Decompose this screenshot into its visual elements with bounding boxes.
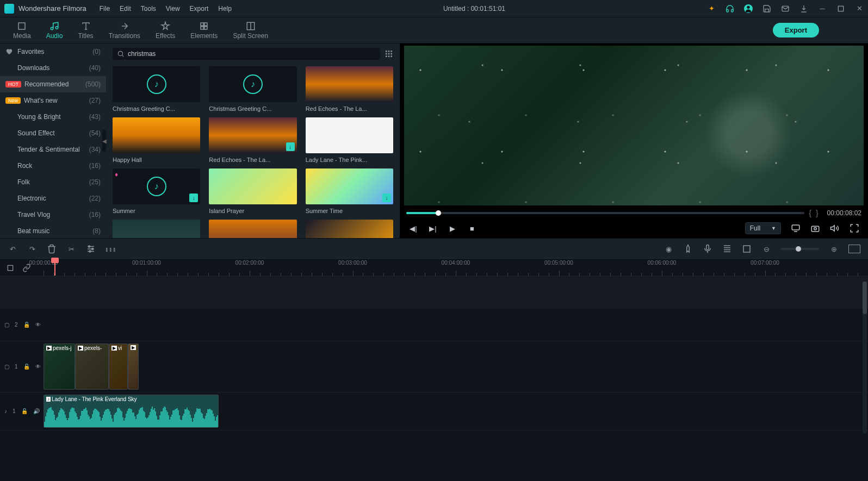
volume-icon[interactable] <box>830 223 840 233</box>
asset-card[interactable]: ♦♪↓Summer <box>113 168 200 214</box>
collapse-handle[interactable]: ◀ <box>102 130 106 152</box>
tab-transitions[interactable]: Transitions <box>101 19 148 42</box>
maximize-icon[interactable] <box>836 4 845 13</box>
track-type-icon: ♪ <box>4 408 7 414</box>
asset-card[interactable]: Lady Lane - The Pink... <box>306 117 393 163</box>
tab-media[interactable]: Media <box>5 19 39 42</box>
timeline-ruler[interactable]: 00:00:00:0000:01:00:0000:02:00:0000:03:0… <box>44 260 868 276</box>
asset-card[interactable]: ♪Christmas Greeting C... <box>113 66 200 112</box>
zoom-out-button[interactable]: ⊖ <box>761 244 771 254</box>
playhead[interactable] <box>54 260 55 276</box>
visibility-icon[interactable]: 👁 <box>35 322 41 328</box>
sidebar-item-folk[interactable]: Folk(25) <box>0 174 106 190</box>
headphones-icon[interactable] <box>726 4 734 13</box>
mute-icon[interactable]: 🔊 <box>33 408 40 414</box>
tab-elements[interactable]: Elements <box>183 19 225 42</box>
sidebar-item-rock[interactable]: Rock(16) <box>0 158 106 174</box>
redo-button[interactable]: ↷ <box>27 244 37 254</box>
user-icon[interactable] <box>744 4 753 13</box>
asset-card[interactable]: Red Echoes - The La... <box>306 66 393 112</box>
svg-point-17 <box>814 228 817 230</box>
search-box[interactable] <box>113 48 380 60</box>
grid-view-icon[interactable] <box>385 49 393 58</box>
undo-button[interactable]: ↶ <box>8 244 17 254</box>
svg-rect-2 <box>838 6 843 11</box>
stop-button[interactable]: ■ <box>467 223 477 233</box>
tab-audio[interactable]: Audio <box>39 19 71 42</box>
mixer-button[interactable] <box>722 244 732 254</box>
tab-titles[interactable]: Titles <box>70 19 101 42</box>
minimize-icon[interactable]: ─ <box>818 4 827 13</box>
snapshot-icon[interactable] <box>810 223 820 233</box>
menu-edit[interactable]: Edit <box>120 5 131 13</box>
menu-tools[interactable]: Tools <box>141 5 156 13</box>
render-button[interactable]: ◉ <box>664 244 673 254</box>
play-button[interactable]: ▶ <box>448 223 457 233</box>
display-icon[interactable] <box>791 223 801 233</box>
sidebar-item-favorites[interactable]: Favorites(0) <box>0 43 106 60</box>
mark-in-icon[interactable]: { <box>809 209 811 217</box>
asset-card[interactable] <box>113 220 200 238</box>
quality-select[interactable]: Full▼ <box>745 222 781 234</box>
asset-card[interactable] <box>209 220 296 238</box>
preview-canvas[interactable] <box>404 46 864 205</box>
fullscreen-icon[interactable] <box>850 223 859 233</box>
asset-card[interactable]: Island Prayer <box>209 168 296 214</box>
split-button[interactable]: ✂ <box>66 244 76 254</box>
asset-card[interactable]: ♪Christmas Greeting C... <box>209 66 296 112</box>
timeline-snap-icon[interactable] <box>5 263 15 273</box>
crop-button[interactable] <box>742 244 752 254</box>
asset-card[interactable]: Happy Hall <box>113 117 200 163</box>
save-icon[interactable] <box>762 4 771 13</box>
sidebar-item-recommended[interactable]: HOTRecommended(500) <box>0 76 106 92</box>
play-pause-button[interactable]: ▶| <box>428 223 438 233</box>
sidebar-item-travel-vlog[interactable]: Travel Vlog(16) <box>0 207 106 223</box>
menu-help[interactable]: Help <box>218 5 232 13</box>
download-icon[interactable] <box>799 4 808 13</box>
track-body[interactable] <box>44 309 868 341</box>
zoom-slider[interactable] <box>781 248 819 250</box>
menu-export[interactable]: Export <box>190 5 209 13</box>
voiceover-button[interactable] <box>703 244 712 254</box>
search-input[interactable] <box>128 50 376 58</box>
lightbulb-icon[interactable]: ✦ <box>707 4 716 13</box>
lock-icon[interactable]: 🔓 <box>21 408 28 414</box>
tab-split-screen[interactable]: Split Screen <box>225 19 276 42</box>
timeline-scrollbar[interactable] <box>863 282 867 434</box>
delete-button[interactable] <box>47 244 57 254</box>
visibility-icon[interactable]: 👁 <box>35 364 41 370</box>
marker-button[interactable] <box>683 244 693 254</box>
audio-edit-button[interactable]: ⫾⫾⫾ <box>106 244 115 254</box>
asset-card[interactable]: ↓Red Echoes - The La... <box>209 117 296 163</box>
video-clip[interactable]: ▶pexels- <box>75 343 109 390</box>
track-body[interactable]: ▶pexels-j▶pexels-▶vi▶ <box>44 341 868 392</box>
audio-clip[interactable]: ♪Lady Lane - The Pink Everland Sky <box>44 395 219 428</box>
track-body[interactable]: ♪Lady Lane - The Pink Everland Sky <box>44 392 868 430</box>
zoom-in-button[interactable]: ⊕ <box>829 244 839 254</box>
sidebar-item-downloads[interactable]: Downloads(40) <box>0 60 106 76</box>
close-icon[interactable]: ✕ <box>855 4 864 13</box>
sidebar-item-beat-music[interactable]: Beat music(8) <box>0 223 106 238</box>
sidebar-item-sound-effect[interactable]: Sound Effect(54) <box>0 125 106 141</box>
sidebar-item-electronic[interactable]: Electronic(22) <box>0 190 106 207</box>
asset-card[interactable]: ↓Summer Time <box>306 168 393 214</box>
adjust-button[interactable] <box>86 244 96 254</box>
video-clip[interactable]: ▶pexels-j <box>44 343 75 390</box>
menu-view[interactable]: View <box>166 5 180 13</box>
mail-icon[interactable] <box>781 4 790 13</box>
sidebar-item-what-s-new[interactable]: NewWhat's new(27) <box>0 92 106 109</box>
sidebar-item-tender-sentimental[interactable]: Tender & Sentimental(34) <box>0 141 106 158</box>
preview-scrubber[interactable] <box>406 212 804 214</box>
sidebar-item-young-bright[interactable]: Young & Bright(43) <box>0 109 106 125</box>
lock-icon[interactable]: 🔓 <box>23 364 30 370</box>
tab-effects[interactable]: Effects <box>148 19 183 42</box>
mark-out-icon[interactable]: } <box>816 209 819 217</box>
zoom-fit-button[interactable] <box>848 245 860 253</box>
video-clip[interactable]: ▶ <box>128 343 139 390</box>
prev-frame-button[interactable]: ◀| <box>408 223 418 233</box>
video-clip[interactable]: ▶vi <box>109 343 128 390</box>
export-button[interactable]: Export <box>773 23 819 38</box>
lock-icon[interactable]: 🔓 <box>23 322 30 328</box>
asset-card[interactable] <box>306 220 393 238</box>
menu-file[interactable]: File <box>100 5 110 13</box>
